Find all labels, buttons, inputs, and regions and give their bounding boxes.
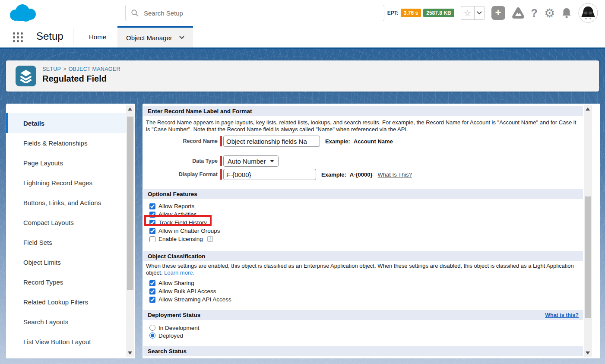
radio-row-deployed: Deployed — [149, 332, 200, 339]
sidebar-item-details[interactable]: Details — [6, 113, 135, 133]
allow-bulk-api-checkbox[interactable] — [149, 288, 155, 294]
sidebar-item-object-limits[interactable]: Object Limits — [6, 252, 135, 272]
sidebar-item-compact-layouts[interactable]: Compact Layouts — [6, 212, 135, 232]
breadcrumb: SETUP>OBJECT MANAGER — [42, 66, 120, 72]
object-sidebar: Details Fields & Relationships Page Layo… — [6, 104, 135, 358]
sidebar-item-page-layouts[interactable]: Page Layouts — [6, 153, 135, 173]
trailhead-icon — [512, 7, 525, 19]
global-search — [125, 5, 384, 21]
allow-in-chatter-groups-checkbox[interactable] — [149, 228, 155, 234]
scroll-down-arrow-icon[interactable] — [128, 351, 132, 355]
section-object-classification-header: Object Classification — [143, 251, 583, 261]
required-field-bar — [220, 156, 222, 166]
checkbox-row-allow-bulk-api: Allow Bulk API Access — [149, 287, 231, 295]
ept-label: EPT: — [387, 10, 399, 16]
scroll-up-arrow-icon[interactable] — [128, 108, 132, 111]
allow-reports-checkbox[interactable] — [149, 203, 155, 209]
display-format-label: Display Format — [146, 171, 220, 177]
page-header-card: SETUP>OBJECT MANAGER Regulated Field — [6, 60, 599, 92]
search-icon — [131, 9, 139, 17]
section-record-name-header: Enter Record Name Label and Format — [143, 106, 583, 116]
sidebar-item-field-sets[interactable]: Field Sets — [6, 232, 135, 252]
setup-gear-button[interactable]: ⚙ — [544, 6, 555, 20]
allow-streaming-api-checkbox[interactable] — [149, 297, 155, 303]
tab-object-manager[interactable]: Object Manager — [117, 26, 193, 47]
scroll-down-arrow-icon[interactable] — [586, 351, 590, 355]
data-type-label: Data Type — [146, 158, 220, 164]
sidebar-item-buttons-links-actions[interactable]: Buttons, Links, and Actions — [6, 193, 135, 212]
sidebar-item-lightning-record-pages[interactable]: Lightning Record Pages — [6, 173, 135, 193]
global-header: EPT: 3.76 s 2587.8 KB ☆ + ? ⚙ — [0, 0, 605, 26]
checkbox-row-allow-sharing: Allow Sharing — [149, 279, 231, 287]
display-format-example: Example:A-{0000} — [321, 171, 373, 178]
sidebar-item-related-lookup-filters[interactable]: Related Lookup Filters — [6, 292, 135, 312]
radio-row-in-development: In Development — [149, 324, 200, 332]
checkbox-row-allow-reports: Allow Reports — [149, 202, 220, 210]
main-scrollbar-thumb[interactable] — [585, 196, 591, 318]
breadcrumb-setup-link[interactable]: SETUP — [42, 66, 61, 72]
guidance-center-button[interactable] — [512, 7, 525, 19]
checkbox-row-allow-in-chatter-groups: Allow in Chatter Groups — [149, 227, 220, 235]
help-button[interactable]: ? — [531, 7, 538, 19]
section-optional-features-header: Optional Features — [143, 189, 583, 199]
setup-nav-bar: Setup Home Object Manager — [0, 26, 605, 47]
record-name-input[interactable] — [223, 136, 320, 147]
sidebar-item-search-layouts[interactable]: Search Layouts — [6, 312, 135, 332]
quick-create-button[interactable]: + — [491, 6, 505, 20]
sidebar-item-fields-relationships[interactable]: Fields & Relationships — [6, 133, 135, 153]
ept-indicator: EPT: 3.76 s 2587.8 KB — [387, 9, 454, 17]
page-title: Regulated Field — [42, 74, 107, 84]
in-development-radio[interactable] — [149, 325, 155, 331]
search-input[interactable] — [144, 9, 379, 17]
tab-home[interactable]: Home — [78, 26, 117, 47]
scroll-up-arrow-icon[interactable] — [586, 108, 590, 111]
sidebar-item-list-view-button-layout[interactable]: List View Button Layout — [6, 332, 135, 351]
deployment-status-options: In Development Deployed — [149, 324, 200, 339]
section-deployment-status-header: Deployment Status What is this? — [143, 310, 583, 320]
app-name: Setup — [36, 30, 63, 42]
required-field-bar — [220, 169, 222, 180]
what-is-this-deployment-link[interactable]: What is this? — [545, 312, 579, 318]
star-icon: ☆ — [464, 8, 471, 18]
allow-activities-checkbox[interactable] — [149, 212, 155, 218]
plus-icon: + — [495, 6, 501, 18]
user-avatar[interactable] — [578, 3, 598, 23]
ept-time-badge: 3.76 s — [401, 9, 421, 17]
breadcrumb-object-manager-link[interactable]: OBJECT MANAGER — [69, 66, 120, 72]
record-name-example: Example:Account Name — [325, 138, 393, 145]
favorites-star-button[interactable]: ☆ — [461, 6, 474, 19]
allow-sharing-checkbox[interactable] — [149, 280, 155, 286]
display-format-input[interactable] — [223, 169, 316, 180]
sidebar-scrollbar[interactable] — [126, 105, 134, 357]
section-search-status-header: Search Status — [143, 346, 583, 356]
gear-icon: ⚙ — [544, 6, 555, 20]
bell-icon — [561, 7, 572, 19]
favorites-control: ☆ — [461, 6, 485, 20]
sidebar-item-record-types[interactable]: Record Types — [6, 272, 135, 292]
record-name-description: The Record Name appears in page layouts,… — [146, 119, 580, 133]
main-scrollbar[interactable] — [584, 105, 592, 357]
chevron-down-icon — [179, 36, 184, 39]
favorites-dropdown-button[interactable] — [474, 6, 485, 19]
required-field-bar — [220, 136, 222, 146]
nav-divider — [73, 28, 73, 45]
checkbox-row-enable-licensing: Enable Licensing i — [149, 235, 220, 243]
optional-features-checklist: Allow Reports Allow Activities Track Fie… — [149, 202, 220, 243]
info-icon[interactable]: i — [207, 236, 213, 242]
ept-size-badge: 2587.8 KB — [423, 9, 454, 17]
learn-more-link[interactable]: Learn more. — [164, 269, 194, 276]
question-mark-icon: ? — [531, 7, 538, 19]
checkbox-row-allow-streaming-api: Allow Streaming API Access — [149, 295, 231, 304]
track-field-history-checkbox[interactable] — [149, 220, 155, 226]
breadcrumb-separator: > — [63, 66, 67, 72]
enable-licensing-checkbox[interactable] — [149, 236, 155, 242]
data-type-select[interactable]: Auto Number — [223, 155, 279, 167]
deployed-radio[interactable] — [149, 332, 155, 339]
sidebar-scrollbar-thumb[interactable] — [127, 117, 133, 290]
notifications-button[interactable] — [561, 7, 572, 19]
object-detail-panel: Enter Record Name Label and Format The R… — [143, 104, 600, 358]
app-launcher-button[interactable] — [12, 32, 24, 43]
what-is-this-link[interactable]: What Is This? — [378, 171, 412, 178]
checkbox-row-track-field-history: Track Field History — [149, 218, 220, 227]
salesforce-logo[interactable] — [7, 3, 40, 23]
